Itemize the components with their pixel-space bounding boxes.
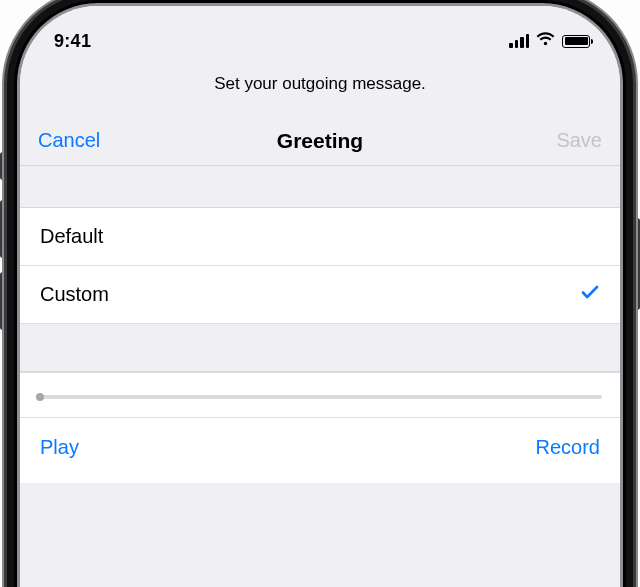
play-button[interactable]: Play xyxy=(40,436,79,459)
scrubber-knob[interactable] xyxy=(36,393,44,401)
option-label: Custom xyxy=(40,283,109,306)
nav-bar: Cancel Greeting Save xyxy=(20,116,620,166)
record-button[interactable]: Record xyxy=(536,436,600,459)
volume-down xyxy=(0,272,6,330)
status-bar: 9:41 xyxy=(20,6,620,58)
action-row: Play Record xyxy=(20,418,620,483)
option-label: Default xyxy=(40,225,103,248)
section-gap xyxy=(20,166,620,208)
audio-scrubber[interactable] xyxy=(20,372,620,418)
power-button xyxy=(634,218,640,310)
option-default[interactable]: Default xyxy=(20,208,620,266)
battery-icon xyxy=(562,35,590,48)
section-gap xyxy=(20,324,620,372)
page-title: Greeting xyxy=(277,129,363,153)
mute-switch xyxy=(0,152,6,180)
checkmark-icon xyxy=(580,282,600,307)
wifi-icon xyxy=(536,32,555,50)
volume-up xyxy=(0,200,6,258)
screen: 9:41 Set your outgoing message. Cancel G… xyxy=(20,6,620,587)
save-button[interactable]: Save xyxy=(538,116,620,165)
option-custom[interactable]: Custom xyxy=(20,266,620,324)
cancel-button[interactable]: Cancel xyxy=(20,116,118,165)
page-subtitle: Set your outgoing message. xyxy=(20,58,620,116)
clock: 9:41 xyxy=(54,31,91,52)
cellular-signal-icon xyxy=(509,34,529,48)
